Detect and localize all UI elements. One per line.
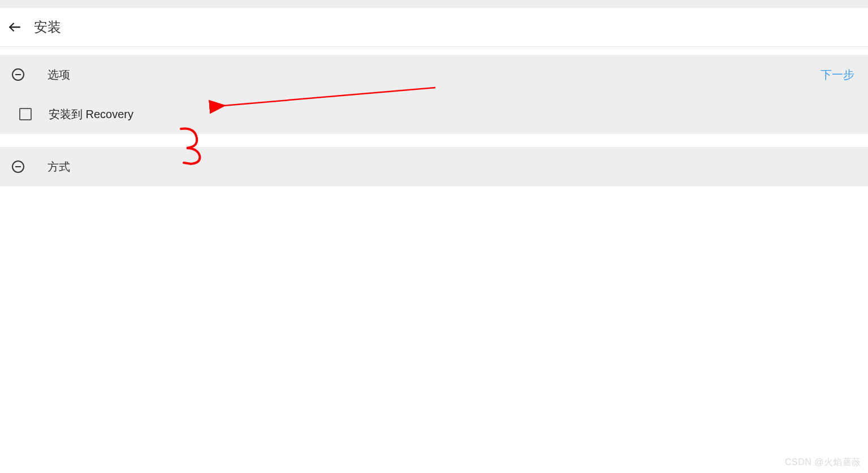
back-button[interactable] [7, 19, 23, 35]
top-status-bar [0, 0, 868, 8]
circle-minus-icon [11, 68, 25, 81]
method-section-title: 方式 [47, 159, 70, 175]
page-title: 安装 [34, 18, 61, 36]
collapse-toggle-options[interactable] [11, 68, 25, 81]
section-divider [0, 134, 868, 147]
options-section-header[interactable]: 选项 下一步 [0, 55, 868, 94]
spacer [0, 47, 868, 55]
method-section-header[interactable]: 方式 [0, 147, 868, 186]
checkbox-install-recovery[interactable] [19, 108, 32, 120]
option-label-install-recovery: 安装到 Recovery [49, 107, 133, 122]
option-row-install-recovery[interactable]: 安装到 Recovery [0, 94, 868, 134]
options-section-title: 选项 [47, 67, 70, 83]
next-step-link[interactable]: 下一步 [821, 67, 854, 83]
collapse-toggle-method[interactable] [11, 160, 25, 173]
watermark: CSDN @火焰蔷薇 [785, 457, 861, 468]
arrow-left-icon [7, 20, 22, 34]
header: 安装 [0, 8, 868, 47]
circle-minus-icon [11, 160, 25, 173]
